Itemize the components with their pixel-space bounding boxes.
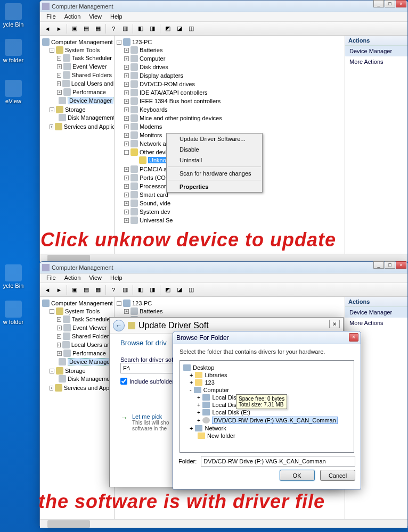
tool3-icon[interactable]: ◨ <box>147 285 158 295</box>
tool3-icon[interactable]: ◨ <box>147 23 158 34</box>
device-item[interactable]: PCMCIA ad <box>140 166 170 172</box>
device-item[interactable]: Monitors <box>140 132 162 138</box>
event-viewer[interactable]: Event Viewer <box>72 63 107 70</box>
expand-icon[interactable]: + <box>124 56 129 61</box>
titlebar[interactable]: Computer Management _ □ × <box>40 262 407 273</box>
ctx-properties[interactable]: Properties <box>167 181 262 192</box>
shared-folders[interactable]: Shared Folders <box>72 333 112 339</box>
tool2-icon[interactable]: ◧ <box>135 23 146 34</box>
collapse-icon[interactable]: - <box>50 309 54 314</box>
disk-mgmt[interactable]: Disk Management <box>68 376 115 382</box>
performance[interactable]: Performance <box>72 350 106 356</box>
storage[interactable]: Storage <box>65 368 86 374</box>
menu-file[interactable]: File <box>42 273 60 282</box>
dialog-title[interactable]: Browse For Folder × <box>173 331 361 344</box>
wizard-back-icon[interactable]: ← <box>113 320 125 331</box>
expand-icon[interactable]: + <box>124 218 129 223</box>
titlebar[interactable]: Computer Management _ □ × <box>40 1 407 12</box>
expand-icon[interactable]: + <box>124 176 129 180</box>
refresh-icon[interactable]: ▦ <box>93 23 103 34</box>
expand-icon[interactable]: + <box>124 82 129 87</box>
expand-icon[interactable]: + <box>124 48 129 53</box>
device-item[interactable]: Mice and other pointing devices <box>140 115 222 121</box>
expand-icon[interactable]: + <box>124 201 129 206</box>
pc-root[interactable]: 123-PC <box>132 300 152 306</box>
tool6-icon[interactable]: ◫ <box>186 23 197 34</box>
desktop-icon-recycle[interactable]: ycle Bin <box>0 3 27 28</box>
tool6-icon[interactable]: ◫ <box>186 285 197 295</box>
expand-icon[interactable]: + <box>124 142 129 146</box>
device-item[interactable]: Processors <box>140 183 169 189</box>
ok-button[interactable]: OK <box>280 470 315 481</box>
folder-input[interactable] <box>201 456 355 467</box>
maximize-button[interactable]: □ <box>385 0 395 7</box>
systools[interactable]: System Tools <box>65 308 100 314</box>
tool-icon[interactable]: ▥ <box>120 285 130 295</box>
dialog-close-icon[interactable]: × <box>349 333 358 342</box>
local-users[interactable]: Local Users and Groups <box>71 342 115 348</box>
cancel-button[interactable]: Cancel <box>320 470 355 481</box>
actions-more[interactable]: More Actions <box>345 56 407 67</box>
pc-root[interactable]: 123-PC <box>132 39 152 45</box>
performance[interactable]: Performance <box>72 89 106 95</box>
tree-root[interactable]: Computer Management (Local <box>51 300 115 306</box>
actions-dm[interactable]: Device Manager <box>345 46 407 56</box>
menu-action[interactable]: Action <box>60 12 85 21</box>
f-drive-e[interactable]: Local Disk (E:) <box>212 409 250 415</box>
device-item[interactable]: System dev <box>140 209 170 215</box>
expand-icon[interactable]: + <box>124 124 129 129</box>
menu-file[interactable]: File <box>42 12 60 21</box>
device-item[interactable]: Computer <box>140 55 165 62</box>
expand-icon[interactable]: + <box>124 184 129 189</box>
f-network[interactable]: Network <box>205 425 226 431</box>
menu-help[interactable]: Help <box>106 12 127 21</box>
device-item[interactable]: Modems <box>140 123 162 130</box>
device-item[interactable]: Sound, vide <box>140 200 170 206</box>
systools[interactable]: System Tools <box>65 47 100 53</box>
desktop-icon-recycle-2[interactable]: ycle Bin <box>0 264 27 289</box>
nav-back-icon[interactable]: ◄ <box>42 285 53 295</box>
tool5-icon[interactable]: ◪ <box>174 23 185 34</box>
expand-icon[interactable]: + <box>124 99 129 104</box>
device-item[interactable]: Batteries <box>140 47 162 53</box>
collapse-icon[interactable]: - <box>50 107 54 112</box>
ctx-update-driver[interactable]: Update Driver Software... <box>167 134 262 144</box>
menu-help[interactable]: Help <box>106 273 127 282</box>
expand-icon[interactable]: + <box>57 73 61 78</box>
props-icon[interactable]: ▤ <box>81 285 92 295</box>
desktop-icon-folder[interactable]: w folder <box>0 39 27 63</box>
expand-icon[interactable]: + <box>57 64 62 69</box>
expand-icon[interactable]: + <box>124 210 129 214</box>
refresh-icon[interactable]: ▦ <box>93 285 103 295</box>
device-manager-selected[interactable]: Device Manager <box>68 97 113 104</box>
folder-tree[interactable]: Desktop +Libraries +123 -Computer +Local… <box>179 360 354 453</box>
disk-mgmt[interactable]: Disk Management <box>68 114 115 121</box>
menu-view[interactable]: View <box>85 273 106 282</box>
expand-icon[interactable]: + <box>124 65 129 70</box>
device-item[interactable]: IEEE 1394 Bus host controllers <box>140 98 221 104</box>
device-item[interactable]: Universal Se <box>140 217 173 223</box>
device-item[interactable]: Disk drives <box>140 64 168 70</box>
nav-fwd-icon[interactable]: ► <box>54 285 64 295</box>
help-icon[interactable]: ? <box>108 285 119 295</box>
expand-icon[interactable]: + <box>50 124 53 129</box>
actions-more[interactable]: More Actions <box>345 318 407 328</box>
device-item[interactable]: Keyboards <box>140 106 168 113</box>
expand-icon[interactable]: + <box>124 133 129 138</box>
nav-back-icon[interactable]: ◄ <box>42 23 53 34</box>
expand-icon[interactable]: + <box>57 56 61 61</box>
expand-icon[interactable]: + <box>124 107 129 112</box>
help-icon[interactable]: ? <box>108 23 119 34</box>
device-manager-selected[interactable]: Device Manager <box>68 358 113 365</box>
services[interactable]: Services and Applications <box>64 385 115 391</box>
tool4-icon[interactable]: ◩ <box>162 23 173 34</box>
device-item[interactable]: Display adapters <box>140 72 183 79</box>
expand-icon[interactable]: + <box>124 90 129 95</box>
minimize-button[interactable]: _ <box>373 261 384 269</box>
ctx-uninstall[interactable]: Uninstall <box>167 155 262 165</box>
f-desktop[interactable]: Desktop <box>193 364 214 371</box>
event-viewer[interactable]: Event Viewer <box>72 325 107 331</box>
f-123[interactable]: 123 <box>205 379 214 386</box>
tree-root[interactable]: Computer Management (Local <box>51 39 115 45</box>
device-item[interactable]: Smart card <box>140 192 168 198</box>
